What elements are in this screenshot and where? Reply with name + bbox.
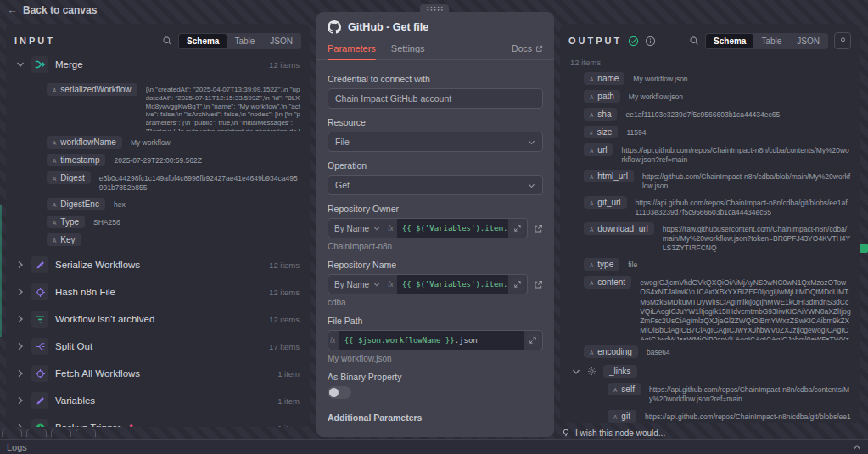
string-type-icon: A xyxy=(590,112,593,118)
field-key-pill[interactable]: ADigestEnc xyxy=(47,198,105,210)
field-value: My workflow xyxy=(131,136,171,148)
field-key-pill[interactable]: Aself xyxy=(608,383,641,395)
operation-select[interactable]: Get xyxy=(328,175,543,195)
chevron-right-icon[interactable] xyxy=(16,369,25,378)
schema-field-row: AType SHA256 xyxy=(47,216,301,228)
canvas-node-ghost xyxy=(2,429,22,437)
external-link-icon[interactable] xyxy=(534,280,543,289)
input-group-workflow-isnt-archived[interactable]: Workflow isn’t archived 12 items xyxy=(14,305,301,333)
output-group-links[interactable]: _links xyxy=(568,365,851,378)
field-value: https://raw.githubusercontent.com/ChainI… xyxy=(663,222,851,253)
external-link-icon[interactable] xyxy=(534,224,543,233)
field-value: SHA256 xyxy=(93,216,120,227)
output-tab-table[interactable]: Table xyxy=(753,34,789,48)
logs-bar[interactable]: Logs xyxy=(0,439,868,454)
repository-owner-input[interactable]: By Name fx {{ $('Variables').item.json.g… xyxy=(328,218,528,238)
field-key-pill[interactable]: Apath xyxy=(584,90,620,103)
file-path-input[interactable]: fx {{ $json.workflowName }}.json xyxy=(328,330,543,350)
resource-select[interactable]: File xyxy=(328,132,543,152)
chevron-down-icon[interactable] xyxy=(572,367,580,376)
mode-select[interactable]: By Name xyxy=(328,275,386,294)
field-value: https://api.github.com/repos/ChainImpact… xyxy=(621,143,851,165)
input-tab-table[interactable]: Table xyxy=(227,34,262,48)
field-value: ee1af11103e3239d7f5c9566603b1ca44434ec65 xyxy=(625,108,780,120)
evaluated-value: cdba xyxy=(328,298,543,307)
docs-link[interactable]: Docs xyxy=(512,43,543,56)
field-key-pill[interactable]: Ahtml_url xyxy=(584,170,634,182)
chevron-right-icon[interactable] xyxy=(16,423,25,427)
chevron-right-icon[interactable] xyxy=(16,396,25,405)
output-tab-schema[interactable]: Schema xyxy=(706,34,753,48)
credential-select[interactable]: Chain Impact GitHub account xyxy=(328,88,543,109)
field-key-pill[interactable]: ADigest xyxy=(47,171,91,184)
schema-field-row: AKey xyxy=(47,233,301,246)
pin-data-button[interactable] xyxy=(834,32,851,49)
schema-field-row: Acontent ewogICJjcmVhdGVkQXQiOiAiMjAyNS0… xyxy=(584,276,851,340)
input-group-serialize-workflows[interactable]: Serialize Workflows 12 items xyxy=(14,251,301,278)
mode-select[interactable]: By Name xyxy=(328,219,386,238)
expand-expression-icon[interactable] xyxy=(511,221,524,235)
field-key-pill[interactable]: Adownload_url xyxy=(584,222,654,235)
field-key-pill[interactable]: Atimestamp xyxy=(47,154,105,166)
field-key-pill[interactable]: Aurl xyxy=(584,143,613,156)
field-value: My workflow.json xyxy=(633,72,687,84)
schema-field-row: Agit https://api.github.com/repos/ChainI… xyxy=(608,410,851,423)
tab-parameters[interactable]: Parameters xyxy=(328,40,376,59)
input-group-hash-n8n-file[interactable]: Hash n8n File 12 items xyxy=(14,278,301,305)
output-tab-json[interactable]: JSON xyxy=(789,34,827,48)
field-key-pill[interactable]: Asha xyxy=(584,108,617,121)
input-tab-schema[interactable]: Schema xyxy=(179,34,227,48)
repository-name-input[interactable]: By Name fx {{ $('Variables').item.json.g… xyxy=(328,274,528,294)
search-icon[interactable] xyxy=(162,36,172,46)
input-group-fetch-all-workflows[interactable]: Fetch All Workflows 1 item xyxy=(14,360,301,387)
field-value: https://api.github.com/repos/ChainImpact… xyxy=(636,196,851,217)
field-key-pill[interactable]: Aname xyxy=(584,72,624,85)
expand-expression-icon[interactable] xyxy=(526,333,540,347)
schema-field-row: Asha ee1af11103e3239d7f5c9566603b1ca4443… xyxy=(584,108,851,121)
fx-icon: fx xyxy=(386,219,397,238)
field-key-pill[interactable]: Agit_url xyxy=(584,196,627,209)
back-to-canvas-label: Back to canvas xyxy=(23,4,97,16)
field-key-pill[interactable]: AKey xyxy=(47,233,81,246)
field-key-pill[interactable]: Aencoding xyxy=(584,345,638,358)
node-feedback-link[interactable]: I wish this node would... xyxy=(562,429,665,438)
chevron-right-icon[interactable] xyxy=(16,315,25,323)
chevron-right-icon[interactable] xyxy=(16,288,25,296)
input-group-backup-trigger[interactable]: Backup Trigger * 1 item xyxy=(14,414,301,427)
split-node-icon xyxy=(31,338,48,355)
success-check-icon xyxy=(628,36,639,47)
repository-owner-label: Repository Owner xyxy=(328,204,543,214)
output-panel-title: OUTPUT xyxy=(568,36,622,46)
chevron-down-icon xyxy=(528,182,535,189)
input-group-variables[interactable]: Variables 1 item xyxy=(14,387,301,414)
search-icon[interactable] xyxy=(689,36,699,46)
input-tab-json[interactable]: JSON xyxy=(262,34,300,48)
tab-settings[interactable]: Settings xyxy=(391,40,425,59)
chevron-down-icon[interactable] xyxy=(16,60,25,69)
chevron-right-icon[interactable] xyxy=(16,342,25,350)
input-group-merge[interactable]: Merge 12 items xyxy=(14,51,301,78)
schema-field-row: AworkflowName My workflow xyxy=(47,136,301,149)
chevron-right-icon[interactable] xyxy=(16,261,25,269)
chevron-up-icon[interactable] xyxy=(853,443,861,451)
field-key-pill[interactable]: Acontent xyxy=(584,276,631,289)
back-to-canvas-button[interactable]: ← Back to canvas xyxy=(7,3,97,16)
fx-icon: fx xyxy=(386,275,397,294)
schema-field-row: Aname My workflow.json xyxy=(584,72,851,85)
field-key-pill[interactable]: Atype xyxy=(584,258,619,271)
expand-expression-icon[interactable] xyxy=(511,277,524,291)
field-key-pill[interactable]: AworkflowName xyxy=(47,136,122,149)
field-key-pill[interactable]: #size xyxy=(584,126,618,138)
field-key-pill[interactable]: Agit xyxy=(608,410,636,423)
info-icon[interactable] xyxy=(645,36,656,47)
field-value: https://api.github.com/repos/ChainImpact… xyxy=(645,410,851,423)
output-items-count: 12 items xyxy=(570,58,851,67)
as-binary-property-toggle[interactable] xyxy=(328,386,351,399)
field-key-pill[interactable]: AType xyxy=(47,216,85,228)
field-key-pill[interactable]: AserializedWorkflow xyxy=(47,83,137,96)
item-count: 12 items xyxy=(269,60,300,70)
schema-field-row: Aurl https://api.github.com/repos/ChainI… xyxy=(584,143,851,165)
field-value: My workflow.json xyxy=(629,90,683,102)
field-key-pill[interactable]: _links xyxy=(603,365,637,378)
input-group-split-out[interactable]: Split Out 17 items xyxy=(14,333,301,360)
